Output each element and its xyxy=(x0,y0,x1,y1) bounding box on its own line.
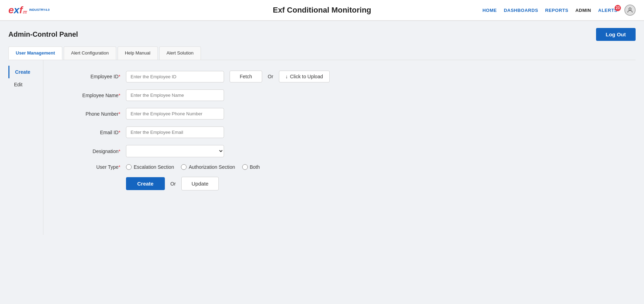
logo-industry: INDUSTRY4.0 xyxy=(29,8,49,12)
radio-both-input[interactable] xyxy=(242,164,248,170)
tab-alert-configuration[interactable]: Alert Configuration xyxy=(64,46,116,60)
sidebar-item-edit[interactable]: Edit xyxy=(8,78,43,91)
radio-escalation-input[interactable] xyxy=(126,164,132,170)
radio-escalation[interactable]: Escalation Section xyxy=(126,164,174,170)
nav-reports[interactable]: REPORTS xyxy=(545,8,568,13)
radio-authorization[interactable]: Authorization Section xyxy=(181,164,235,170)
email-id-row: Email ID* xyxy=(64,126,615,138)
radio-authorization-label: Authorization Section xyxy=(189,164,235,170)
tabs-bar: User Management Alert Configuration Help… xyxy=(8,46,636,60)
header: exf⚎ INDUSTRY4.0 Exf Conditional Monitor… xyxy=(0,0,644,21)
phone-number-row: Phone Number* xyxy=(64,108,615,120)
employee-name-row: Employee Name* xyxy=(64,89,615,101)
user-type-label: User Type* xyxy=(64,164,120,170)
upload-button[interactable]: ↓ Click to Upload xyxy=(279,71,330,82)
email-id-label: Email ID* xyxy=(64,130,120,135)
email-id-input[interactable] xyxy=(126,126,224,138)
fetch-button[interactable]: Fetch xyxy=(230,71,262,82)
nav-admin[interactable]: ADMIN xyxy=(575,8,591,13)
action-row: Create Or Update xyxy=(64,177,615,190)
sidebar-item-create[interactable]: Create xyxy=(8,66,43,78)
user-type-row: User Type* Escalation Section Authorizat… xyxy=(64,164,615,170)
sidebar: Create Edit xyxy=(8,60,43,235)
user-avatar[interactable] xyxy=(624,5,636,16)
employee-name-input[interactable] xyxy=(126,89,224,101)
svg-point-0 xyxy=(629,8,631,10)
page-header: Admin-Control Panel Log Out xyxy=(8,28,636,41)
phone-number-input[interactable] xyxy=(126,108,224,120)
employee-id-row: Employee ID* Fetch Or ↓ Click to Upload xyxy=(64,71,615,82)
create-button[interactable]: Create xyxy=(126,177,165,190)
designation-row: Designation* xyxy=(64,145,615,157)
form-area: Employee ID* Fetch Or ↓ Click to Upload … xyxy=(43,60,636,235)
upload-label: Click to Upload xyxy=(290,74,323,79)
page: Admin-Control Panel Log Out User Managem… xyxy=(0,21,644,242)
or-text-1: Or xyxy=(268,74,273,79)
content-area: Create Edit Employee ID* Fetch Or ↓ Clic… xyxy=(8,60,636,235)
nav-home[interactable]: HOME xyxy=(482,8,497,13)
employee-id-input[interactable] xyxy=(126,71,224,82)
user-type-radio-group: Escalation Section Authorization Section… xyxy=(126,164,260,170)
employee-id-label: Employee ID* xyxy=(64,74,120,79)
radio-both[interactable]: Both xyxy=(242,164,260,170)
nav-alerts-wrap: ALERTS 23 xyxy=(598,8,617,13)
logout-button[interactable]: Log Out xyxy=(596,28,636,41)
tab-help-manual[interactable]: Help Manual xyxy=(118,46,158,60)
tab-user-management[interactable]: User Management xyxy=(8,46,62,60)
update-button[interactable]: Update xyxy=(181,177,218,190)
upload-icon: ↓ xyxy=(286,74,288,79)
logo: exf⚎ INDUSTRY4.0 xyxy=(8,5,50,16)
radio-both-label: Both xyxy=(250,164,260,170)
page-title: Admin-Control Panel xyxy=(8,30,78,38)
nav-dashboards[interactable]: DASHBOARDS xyxy=(504,8,538,13)
alerts-badge: 23 xyxy=(615,5,621,11)
logo-text: exf⚎ xyxy=(8,5,27,16)
designation-select[interactable] xyxy=(126,145,224,157)
employee-name-label: Employee Name* xyxy=(64,93,120,98)
phone-number-label: Phone Number* xyxy=(64,111,120,117)
radio-authorization-input[interactable] xyxy=(181,164,187,170)
tab-alert-solution[interactable]: Alert Solution xyxy=(159,46,201,60)
header-title: Exf Conditional Monitoring xyxy=(273,6,371,15)
header-nav: HOME DASHBOARDS REPORTS ADMIN ALERTS 23 xyxy=(482,5,636,16)
or-text-2: Or xyxy=(170,181,176,187)
radio-escalation-label: Escalation Section xyxy=(134,164,174,170)
designation-label: Designation* xyxy=(64,149,120,154)
